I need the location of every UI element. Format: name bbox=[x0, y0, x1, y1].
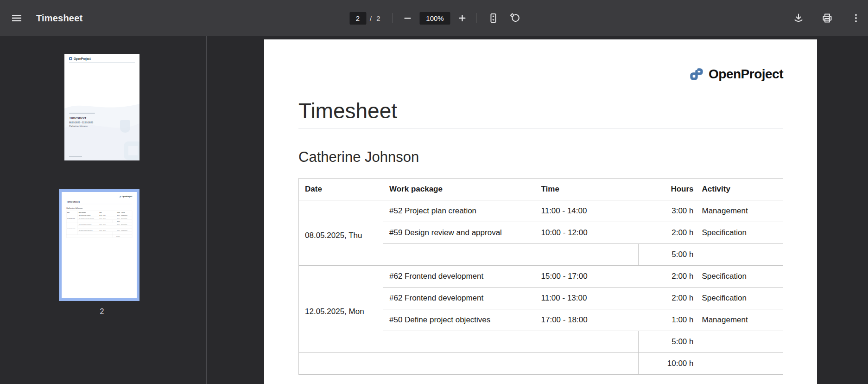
timesheet-table: DateWork packageTimeHoursActivity 08.05.… bbox=[298, 178, 783, 375]
title-rule bbox=[298, 128, 783, 128]
document-title: Timesheet bbox=[36, 13, 82, 24]
page-separator: / bbox=[370, 14, 372, 22]
thumb2-mini-date-cell: 12.05.2025, Mon bbox=[66, 223, 78, 235]
more-vertical-icon bbox=[850, 13, 862, 24]
openproject-logo-text: OpenProject bbox=[709, 67, 783, 82]
cover-meta-line bbox=[69, 113, 95, 114]
timesheet-table-head: DateWork packageTimeHoursActivity bbox=[299, 178, 783, 200]
page-count: 2 bbox=[376, 14, 380, 22]
thumb2-mini-total-activity-cell bbox=[120, 235, 132, 237]
work-package-cell: #62 Frontend development bbox=[383, 287, 535, 309]
work-package-cell: #62 Frontend development bbox=[383, 265, 535, 287]
thumb2-page-preview: OpenProject Timesheet Catherine Johnson … bbox=[62, 192, 137, 298]
time-cell: 17:00 - 18:00 bbox=[535, 309, 639, 331]
thumb2-mini-timesheet-table: DateWork packageTimeHoursActivity 08.05.… bbox=[66, 211, 132, 238]
hours-cell: 2:00 h bbox=[639, 222, 697, 243]
thumb1-brand-logo: OpenProject bbox=[69, 57, 90, 60]
thumb2-mini-grand-total-row: 10:00 h bbox=[66, 235, 132, 237]
time-cell: 10:00 - 12:00 bbox=[535, 222, 639, 243]
header-row: DateWork packageTimeHoursActivity bbox=[299, 178, 783, 200]
zoom-out-icon bbox=[402, 13, 413, 24]
timesheet-entry-row: 08.05.2025, Thu#52 Project plan creation… bbox=[299, 200, 783, 222]
thumb2-mini-person-name-heading: Catherine Johnson bbox=[66, 207, 132, 209]
print-button[interactable] bbox=[820, 11, 835, 26]
hours-cell: 2:00 h bbox=[639, 287, 697, 309]
subtotal-activity-cell bbox=[697, 331, 783, 352]
toolbar-center: / 2 100% bbox=[349, 0, 522, 36]
openproject-mark-icon bbox=[69, 57, 72, 60]
activity-cell: Specification bbox=[697, 287, 783, 309]
column-header-date: Date bbox=[299, 178, 383, 200]
work-package-cell: #59 Design review and approval bbox=[383, 222, 535, 243]
zoom-in-button[interactable] bbox=[455, 11, 469, 26]
openproject-mark-icon bbox=[689, 66, 704, 82]
total-spacer-cell bbox=[299, 352, 639, 374]
work-package-cell: #52 Project plan creation bbox=[383, 200, 535, 222]
zoom-level-value: 100% bbox=[426, 14, 444, 22]
toolbar: Timesheet / 2 100% bbox=[0, 0, 868, 36]
rotate-counterclockwise-button[interactable] bbox=[507, 11, 522, 26]
toolbar-divider bbox=[392, 13, 393, 23]
activity-cell: Management bbox=[697, 200, 783, 222]
person-name-heading: Catherine Johnson bbox=[298, 149, 783, 166]
toolbar-left: Timesheet bbox=[9, 0, 82, 36]
column-header-time: Time bbox=[535, 178, 639, 200]
rotate-counterclockwise-icon bbox=[508, 12, 520, 24]
activity-cell: Specification bbox=[697, 265, 783, 287]
fit-to-page-button[interactable] bbox=[486, 11, 501, 26]
cover-person: Catherine Johnson bbox=[69, 125, 139, 128]
print-icon bbox=[822, 13, 833, 24]
work-package-cell: #50 Define project objectives bbox=[383, 309, 535, 331]
hamburger-icon bbox=[11, 13, 22, 24]
time-cell: 11:00 - 14:00 bbox=[535, 200, 639, 222]
thumb2-mini-timesheet-table-body: 08.05.2025, Thu#52 Project plan creation… bbox=[66, 214, 132, 237]
download-button[interactable] bbox=[791, 11, 806, 26]
more-options-button[interactable] bbox=[849, 11, 863, 26]
time-cell: 11:00 - 13:00 bbox=[535, 287, 639, 309]
hours-cell: 2:00 h bbox=[639, 265, 697, 287]
activity-cell: Specification bbox=[697, 222, 783, 243]
timesheet-table-body: 08.05.2025, Thu#52 Project plan creation… bbox=[299, 200, 783, 374]
document-viewport[interactable]: OpenProject Timesheet Catherine Johnson … bbox=[207, 36, 868, 384]
thumb2-mini-date-cell: 08.05.2025, Thu bbox=[66, 214, 78, 223]
pdf-page-2: OpenProject Timesheet Catherine Johnson … bbox=[264, 39, 817, 384]
subtotal-spacer-cell bbox=[383, 243, 639, 265]
grand-total-row: 10:00 h bbox=[299, 352, 783, 374]
toolbar-right bbox=[791, 0, 863, 36]
date-cell: 08.05.2025, Thu bbox=[299, 200, 383, 265]
hours-cell: 3:00 h bbox=[639, 200, 697, 222]
zoom-out-button[interactable] bbox=[400, 11, 415, 26]
thumb2-mini-total-spacer-cell bbox=[66, 235, 113, 237]
fit-to-page-icon bbox=[488, 13, 499, 24]
day-subtotal-hours-cell: 5:00 h bbox=[639, 243, 697, 265]
openproject-logo: OpenProject bbox=[689, 66, 783, 82]
download-icon bbox=[793, 13, 804, 24]
cover-date-range: 08.05.2025 - 12.05.2025 bbox=[69, 122, 139, 124]
thumb2-mini-openproject-mark-icon bbox=[119, 196, 121, 198]
cover-logo-watermark bbox=[124, 141, 139, 160]
activity-cell: Management bbox=[697, 309, 783, 331]
page-thumbnail-2-selected[interactable]: OpenProject Timesheet Catherine Johnson … bbox=[59, 189, 139, 301]
timesheet-entry-row: 12.05.2025, Mon#62 Frontend development1… bbox=[299, 265, 783, 287]
hamburger-menu-button[interactable] bbox=[9, 11, 24, 26]
column-header-activity: Activity bbox=[697, 178, 783, 200]
hours-cell: 1:00 h bbox=[639, 309, 697, 331]
toolbar-divider bbox=[476, 13, 476, 23]
cover-text-block: Timesheet 08.05.2025 - 12.05.2025 Cather… bbox=[69, 113, 139, 128]
cover-footer-line bbox=[69, 156, 82, 157]
thumbnail-sidebar: OpenProject Timesheet 08.05.2025 - 12.05… bbox=[0, 36, 207, 384]
thumbnail-label-2: 2 bbox=[64, 307, 139, 316]
thumb2-mini-grand-total-hours-cell: 10:00 h bbox=[113, 235, 120, 237]
time-cell: 15:00 - 17:00 bbox=[535, 265, 639, 287]
thumb2-mini-openproject-logo: OpenProject bbox=[119, 196, 132, 198]
column-header-work-package: Work package bbox=[383, 178, 535, 200]
zoom-level[interactable]: 100% bbox=[419, 12, 450, 25]
date-cell: 12.05.2025, Mon bbox=[299, 265, 383, 352]
page-thumbnail-1[interactable]: OpenProject Timesheet 08.05.2025 - 12.05… bbox=[64, 54, 139, 160]
subtotal-spacer-cell bbox=[383, 331, 639, 352]
zoom-in-icon bbox=[456, 13, 468, 24]
cover-title: Timesheet bbox=[69, 116, 139, 120]
day-subtotal-hours-cell: 5:00 h bbox=[639, 331, 697, 352]
thumb2-mini-openproject-logo-text: OpenProject bbox=[122, 196, 132, 198]
page-number-input[interactable] bbox=[349, 12, 366, 25]
